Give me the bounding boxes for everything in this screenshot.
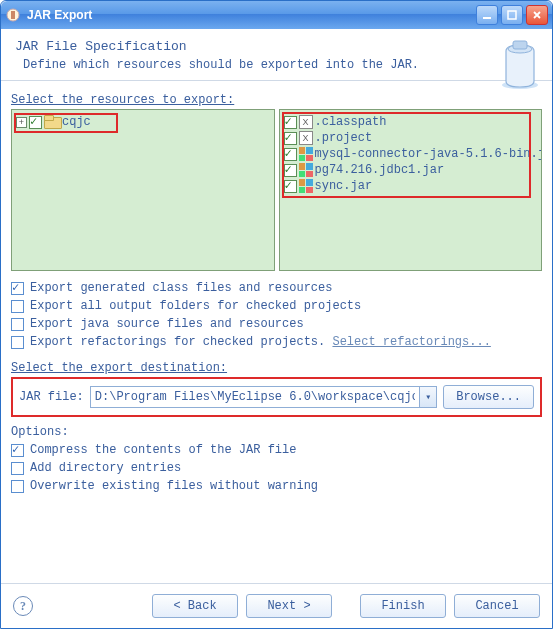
checkbox[interactable]: [29, 116, 42, 129]
back-button[interactable]: < Back: [152, 594, 238, 618]
option-item: Overwrite existing files without warning: [11, 477, 542, 495]
close-button[interactable]: [526, 5, 548, 25]
option-label: Export all output folders for checked pr…: [30, 299, 361, 313]
checkbox[interactable]: [11, 318, 24, 331]
resource-panels: +cqjc X.classpathX.projectmysql-connecto…: [11, 109, 542, 271]
checkbox[interactable]: [11, 282, 24, 295]
destination-row: JAR file: ▾ Browse...: [11, 377, 542, 417]
jar-graphic-icon: [496, 35, 542, 91]
list-item[interactable]: X.classpath: [284, 114, 538, 130]
option-item: Add directory entries: [11, 459, 542, 477]
export-option: Export all output folders for checked pr…: [11, 297, 542, 315]
tree-item-label: cqjc: [62, 115, 91, 129]
option-label: Export generated class files and resourc…: [30, 281, 332, 295]
list-item-label: pg74.216.jdbc1.jar: [315, 163, 445, 177]
tree-item[interactable]: +cqjc: [16, 114, 270, 130]
checkbox[interactable]: [11, 336, 24, 349]
file-icon: X: [299, 115, 313, 129]
project-icon: [44, 115, 60, 129]
checkbox[interactable]: [11, 300, 24, 313]
titlebar[interactable]: JAR Export: [1, 1, 552, 29]
checkbox[interactable]: [284, 180, 297, 193]
list-item[interactable]: X.project: [284, 130, 538, 146]
list-item-label: mysql-connector-java-5.1.6-bin.jar: [315, 147, 543, 161]
dialog-window: JAR Export JAR File Specification Define…: [0, 0, 553, 629]
option-label: Export refactorings for checked projects…: [30, 335, 491, 349]
checkbox[interactable]: [284, 148, 297, 161]
minimize-button[interactable]: [476, 5, 498, 25]
jar-file-label: JAR file:: [19, 390, 84, 404]
options-section: Options: Compress the contents of the JA…: [11, 425, 542, 495]
right-list-panel[interactable]: X.classpathX.projectmysql-connector-java…: [279, 109, 543, 271]
window-title: JAR Export: [27, 8, 476, 22]
svg-rect-3: [508, 11, 516, 19]
dialog-content: Select the resources to export: +cqjc X.…: [1, 81, 552, 583]
dialog-header: JAR File Specification Define which reso…: [1, 29, 552, 81]
option-label: Overwrite existing files without warning: [30, 479, 318, 493]
checkbox[interactable]: [284, 132, 297, 145]
list-item-label: .project: [315, 131, 373, 145]
browse-button[interactable]: Browse...: [443, 385, 534, 409]
option-item: Compress the contents of the JAR file: [11, 441, 542, 459]
svg-rect-2: [483, 17, 491, 19]
finish-button[interactable]: Finish: [360, 594, 446, 618]
app-icon: [5, 7, 21, 23]
select-refactorings-link[interactable]: Select refactorings...: [332, 335, 490, 349]
jar-icon: [299, 163, 313, 177]
list-item[interactable]: pg74.216.jdbc1.jar: [284, 162, 538, 178]
window-buttons: [476, 5, 548, 25]
next-button[interactable]: Next >: [246, 594, 332, 618]
option-label: Export java source files and resources: [30, 317, 304, 331]
resources-label: Select the resources to export:: [11, 93, 542, 107]
list-item-label: sync.jar: [315, 179, 373, 193]
left-tree-panel[interactable]: +cqjc: [11, 109, 275, 271]
list-item[interactable]: sync.jar: [284, 178, 538, 194]
option-label: Add directory entries: [30, 461, 181, 475]
export-option: Export generated class files and resourc…: [11, 279, 542, 297]
options-label: Options:: [11, 425, 542, 439]
checkbox[interactable]: [284, 164, 297, 177]
dialog-footer: ? < Back Next > Finish Cancel: [1, 583, 552, 628]
cancel-button[interactable]: Cancel: [454, 594, 540, 618]
header-title: JAR File Specification: [15, 39, 538, 54]
export-option: Export refactorings for checked projects…: [11, 333, 542, 351]
jar-file-input[interactable]: [91, 388, 419, 406]
export-options: Export generated class files and resourc…: [11, 279, 542, 351]
list-item-label: .classpath: [315, 115, 387, 129]
jar-icon: [299, 179, 313, 193]
checkbox[interactable]: [11, 480, 24, 493]
help-button[interactable]: ?: [13, 596, 33, 616]
dropdown-icon[interactable]: ▾: [419, 387, 436, 407]
destination-section: Select the export destination: JAR file:…: [11, 361, 542, 417]
checkbox[interactable]: [11, 462, 24, 475]
checkbox[interactable]: [11, 444, 24, 457]
jar-file-combo[interactable]: ▾: [90, 386, 437, 408]
list-item[interactable]: mysql-connector-java-5.1.6-bin.jar: [284, 146, 538, 162]
export-option: Export java source files and resources: [11, 315, 542, 333]
header-subtitle: Define which resources should be exporte…: [23, 58, 538, 72]
option-label: Compress the contents of the JAR file: [30, 443, 296, 457]
expand-icon[interactable]: +: [16, 117, 27, 128]
svg-rect-6: [513, 41, 527, 49]
svg-rect-1: [11, 11, 15, 19]
file-icon: X: [299, 131, 313, 145]
maximize-button[interactable]: [501, 5, 523, 25]
checkbox[interactable]: [284, 116, 297, 129]
jar-icon: [299, 147, 313, 161]
destination-label: Select the export destination:: [11, 361, 542, 375]
